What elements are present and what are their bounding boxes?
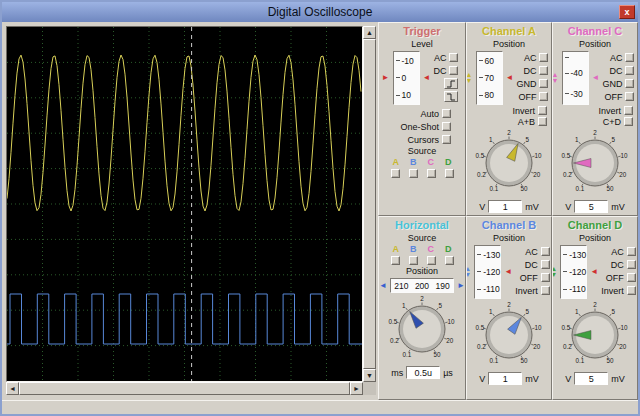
auto-button[interactable] (442, 109, 451, 118)
svg-text:0.2: 0.2 (563, 343, 572, 350)
channel-d-off-label: OFF (606, 273, 624, 283)
position-tick: -110 (475, 284, 500, 294)
channel-b-ac-button[interactable] (541, 247, 550, 256)
channel-b-dc-button[interactable] (541, 260, 550, 269)
svg-text:10: 10 (447, 318, 455, 325)
channel-c-sum-button[interactable] (624, 117, 633, 126)
position-tick: -40 (563, 68, 588, 78)
position-tick: -30 (563, 89, 588, 99)
channel-c-gnd-button[interactable] (625, 79, 634, 88)
channel-c-dc-button[interactable] (625, 66, 634, 75)
source-c-label: C (428, 244, 435, 254)
horizontal-position-right-arrow[interactable]: ► (457, 281, 465, 290)
scroll-left-icon[interactable]: ◄ (6, 382, 19, 395)
channel-d-position-arrows[interactable]: ▲▼ (552, 245, 557, 299)
scrollbar-corner (363, 382, 376, 395)
channel-d-gain-knob[interactable]: 0.10.20.5125102050 (553, 301, 637, 371)
position-tick: -110 (561, 284, 586, 294)
channel-c-off-button[interactable] (625, 92, 634, 101)
channel-d-position-label: Position (553, 233, 637, 243)
channel-b-off-button[interactable] (541, 273, 550, 282)
trigger-source-a-button[interactable] (391, 169, 400, 178)
channel-a-position-arrows[interactable]: ▲▼ (466, 51, 473, 105)
channel-a-millivolts-label: mV (525, 202, 539, 212)
channel-d-position-marker[interactable]: ◄ (590, 268, 598, 276)
channel-b-position-slider[interactable]: -130 -120 -110 (474, 245, 501, 299)
channel-d-ac-button[interactable] (627, 247, 636, 256)
horizontal-scrollbar[interactable]: ◄ ► (6, 382, 363, 395)
channel-b-position-marker[interactable]: ◄ (504, 268, 512, 276)
horizontal-source-a-button[interactable] (391, 256, 400, 265)
channel-d-invert-button[interactable] (627, 286, 636, 295)
channel-a-off-button[interactable] (539, 92, 548, 101)
channel-a-invert-button[interactable] (538, 106, 547, 115)
channel-d-off-button[interactable] (627, 273, 636, 282)
channel-a-sum-button[interactable] (538, 117, 547, 126)
channel-a-off-label: OFF (518, 92, 536, 102)
title-bar[interactable]: Digital Oscilloscope x (2, 2, 638, 22)
trigger-level-slider[interactable]: -10 0 10 (393, 51, 420, 105)
cursors-label: Cursors (407, 135, 439, 145)
horizontal-source-c-button[interactable] (427, 256, 436, 265)
channel-b-ac-label: AC (525, 247, 538, 257)
one-shot-button[interactable] (442, 122, 451, 131)
cursors-button[interactable] (442, 135, 451, 144)
channel-b-position-label: Position (467, 233, 551, 243)
channel-a-ac-button[interactable] (539, 53, 548, 62)
vertical-scrollbar[interactable]: ▲ ▼ (363, 26, 376, 382)
channel-a-gain-knob[interactable]: 0.10.20.5125102050 (467, 129, 551, 199)
channel-b-invert-label: Invert (515, 286, 538, 296)
horizontal-position-left-arrow[interactable]: ◄ (379, 281, 387, 290)
scope-display[interactable] (6, 26, 363, 382)
svg-text:1: 1 (489, 136, 493, 143)
trigger-level-tick: 0 (394, 73, 419, 83)
close-button[interactable]: x (619, 5, 635, 19)
channel-b-position-arrows[interactable]: ▲▼ (466, 245, 471, 299)
channel-d-dc-button[interactable] (627, 260, 636, 269)
channel-a-position-marker[interactable]: ◄ (506, 74, 514, 82)
channel-c-ac-button[interactable] (625, 53, 634, 62)
horizontal-source-b-button[interactable] (409, 256, 418, 265)
scroll-right-icon[interactable]: ► (350, 382, 363, 395)
falling-edge-icon (446, 92, 456, 102)
channel-a-dc-label: DC (523, 66, 536, 76)
channel-c-gain-knob[interactable]: 0.10.20.5125102050 (553, 129, 637, 199)
rising-edge-button[interactable] (444, 78, 458, 89)
trigger-dc-button[interactable] (449, 66, 458, 75)
one-shot-label: One-Shot (400, 122, 439, 132)
svg-text:20: 20 (533, 343, 541, 350)
trigger-ac-button[interactable] (449, 53, 458, 62)
channel-c-gnd-label: GND (602, 79, 622, 89)
scroll-down-icon[interactable]: ▼ (363, 369, 376, 382)
trigger-level-marker-left[interactable]: ► (382, 74, 390, 82)
falling-edge-button[interactable] (444, 91, 458, 102)
channel-a-position-slider[interactable]: 60 70 80 (476, 51, 503, 105)
channel-c-invert-button[interactable] (624, 106, 633, 115)
channel-a-dc-button[interactable] (539, 66, 548, 75)
position-tick: -130 (475, 250, 500, 260)
horizontal-source-d-button[interactable] (445, 256, 454, 265)
timebase-knob[interactable]: 0.10.20.5125102050 (379, 295, 465, 365)
channel-b-gain-knob[interactable]: 0.10.20.5125102050 (467, 301, 551, 371)
channel-d-position-slider[interactable]: -130 -120 -110 (560, 245, 587, 299)
position-tick: 210 (394, 281, 408, 291)
timebase-readout: 0.5u (406, 366, 440, 379)
channel-c-position-arrows[interactable]: ▲▼ (552, 51, 559, 105)
channel-b-invert-button[interactable] (541, 286, 550, 295)
channel-c-millivolts-label: mV (611, 202, 625, 212)
horizontal-position-slider[interactable]: 210 200 190 (390, 278, 454, 293)
channel-c-position-marker[interactable]: ◄ (592, 74, 600, 82)
svg-text:0.5: 0.5 (476, 324, 485, 331)
vertical-scroll-thumb[interactable] (363, 39, 376, 369)
source-c-label: C (428, 157, 435, 167)
svg-text:5: 5 (612, 136, 616, 143)
trigger-source-b-button[interactable] (409, 169, 418, 178)
scroll-up-icon[interactable]: ▲ (363, 26, 376, 39)
channel-a-gnd-button[interactable] (539, 79, 548, 88)
trigger-level-marker-right[interactable]: ◄ (423, 74, 431, 82)
trigger-source-c-button[interactable] (427, 169, 436, 178)
svg-text:5: 5 (612, 308, 616, 315)
horizontal-scroll-thumb[interactable] (19, 382, 350, 395)
trigger-source-d-button[interactable] (445, 169, 454, 178)
channel-c-position-slider[interactable]: -40 -30 (562, 51, 589, 105)
